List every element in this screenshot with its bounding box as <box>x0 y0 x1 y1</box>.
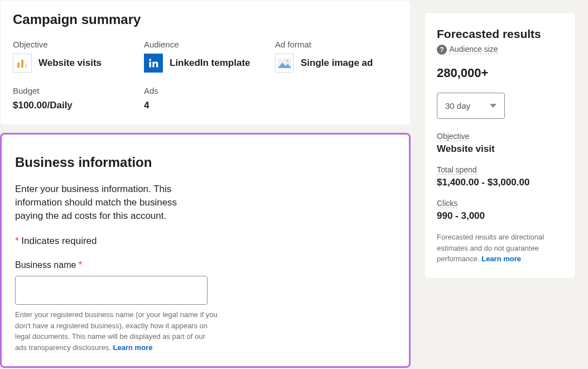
summary-objective-value: Website visits <box>38 57 102 69</box>
summary-budget-label: Budget <box>13 86 144 95</box>
summary-budget: Budget $100.00/Daily <box>13 86 144 111</box>
help-icon[interactable]: ? <box>437 45 447 55</box>
business-info-card: Business information Enter your business… <box>0 133 411 368</box>
forecast-spend-label: Total spend <box>437 165 477 175</box>
forecast-disclaimer: Forecasted results are directional estim… <box>437 232 563 265</box>
chevron-down-icon <box>490 104 497 108</box>
forecast-spend-value: $1,400.00 - $3,000.00 <box>437 177 563 188</box>
forecast-card: Forecasted results ? Audience size 280,0… <box>424 12 576 279</box>
campaign-summary-card: Campaign summary Objective Website visit… <box>0 0 411 125</box>
summary-objective-label: Objective <box>13 40 144 49</box>
summary-objective: Objective Website visits <box>13 40 144 73</box>
forecast-spend: Total spend $1,400.00 - $3,000.00 <box>437 165 563 188</box>
summary-audience-value: LinkedIn template <box>170 57 250 69</box>
svg-rect-1 <box>21 60 23 68</box>
forecast-objective-label: Objective <box>437 132 469 141</box>
audience-size-label: Audience size <box>449 45 498 54</box>
summary-audience: Audience LinkedIn template <box>144 40 275 73</box>
summary-ads-value: 4 <box>144 100 275 111</box>
summary-ads: Ads 4 <box>144 86 275 111</box>
business-name-input[interactable] <box>15 276 208 305</box>
summary-budget-value: $100.00/Daily <box>13 100 144 111</box>
forecast-clicks-label: Clicks <box>437 199 457 208</box>
forecast-range-dropdown[interactable]: 30 day <box>437 93 505 119</box>
forecast-title: Forecasted results <box>437 27 563 41</box>
forecast-range-selected: 30 day <box>445 101 470 111</box>
forecast-clicks-value: 990 - 3,000 <box>437 210 563 222</box>
business-info-title: Business information <box>15 155 396 170</box>
business-name-label: Business name * <box>15 260 396 270</box>
campaign-summary-title: Campaign summary <box>13 12 398 27</box>
svg-rect-2 <box>25 64 27 68</box>
image-icon <box>275 54 294 73</box>
summary-adformat-label: Ad format <box>275 40 398 49</box>
business-learn-more-link[interactable]: Learn more <box>113 343 153 352</box>
forecast-objective-value: Website visit <box>437 143 563 155</box>
svg-point-6 <box>286 60 288 62</box>
business-name-help: Enter your registered business name (or … <box>15 309 219 353</box>
business-info-intro: Enter your business information. This in… <box>15 183 205 222</box>
required-star: * <box>15 236 19 246</box>
bar-chart-icon <box>13 54 32 73</box>
svg-point-4 <box>149 59 151 61</box>
required-indicator-note: * Indicates required <box>15 236 396 247</box>
summary-ads-label: Ads <box>144 86 275 95</box>
summary-audience-label: Audience <box>144 40 275 49</box>
linkedin-icon <box>144 54 163 73</box>
svg-rect-3 <box>150 62 151 68</box>
summary-adformat: Ad format Single image ad <box>275 40 398 73</box>
forecast-learn-more-link[interactable]: Learn more <box>481 255 521 263</box>
required-text: Indicates required <box>19 236 97 246</box>
forecast-objective: Objective Website visit <box>437 131 563 155</box>
summary-adformat-value: Single image ad <box>301 57 373 69</box>
forecast-clicks: Clicks 990 - 3,000 <box>437 198 563 222</box>
svg-rect-0 <box>17 63 20 68</box>
audience-size-value: 280,000+ <box>437 66 563 80</box>
